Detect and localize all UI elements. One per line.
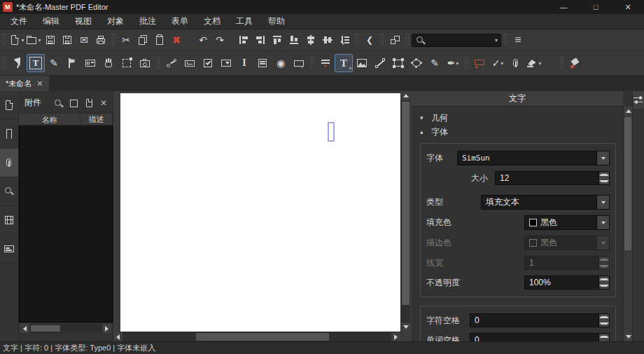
canvas-hscrollbar[interactable] [113,332,400,341]
insert-text-block-button[interactable] [316,54,335,72]
toolbar-drag-handle[interactable] [405,34,410,46]
radio-button-tool-button[interactable]: ◉ [272,54,290,72]
menu-edit[interactable]: 编辑 [35,14,67,29]
menu-form[interactable]: 表单 [164,14,196,29]
undo-button[interactable]: ↶ [195,32,211,48]
scroll-thumb[interactable] [196,333,329,341]
add-text-tool-button[interactable]: T [335,54,353,72]
add-image-button[interactable] [353,54,371,72]
check-annotation-button[interactable]: ✓▾ [489,54,507,72]
tab-order-button[interactable] [336,32,353,48]
maximize-button[interactable]: □ [580,0,612,14]
dropdown-button[interactable] [596,196,609,209]
section-geometry[interactable]: ▾ 几何 [420,111,616,125]
scroll-thumb[interactable] [402,102,410,305]
align-left-button[interactable] [235,32,252,48]
search-dropdown-icon[interactable]: ▾ [495,37,498,43]
spinner-buttons[interactable] [598,276,609,289]
rectangle-tool-button[interactable] [389,54,407,72]
close-button[interactable]: ✕ [612,0,644,14]
attachments-add-button[interactable] [83,98,93,108]
line-tool-button[interactable] [371,54,389,72]
cut-button[interactable]: ✂ [118,32,134,48]
link-tool-button[interactable] [162,54,181,72]
opacity-spinner[interactable]: 100% [524,275,610,290]
toolbar-drag-handle[interactable] [310,57,314,69]
scroll-right-button[interactable] [102,324,111,333]
toolbar-drag-handle[interactable] [156,57,160,69]
sidebar-signatures-button[interactable] [0,235,18,264]
push-button-tool-button[interactable] [290,54,308,72]
form-fields-button[interactable] [81,54,99,72]
checkbox-tool-button[interactable] [199,54,217,72]
menu-file[interactable]: 文件 [3,14,35,29]
scroll-thumb[interactable] [31,325,60,332]
canvas-vscrollbar[interactable] [401,91,410,332]
sidebar-bookmarks-button[interactable] [0,120,18,149]
save-as-button[interactable] [59,32,76,48]
align-right-button[interactable] [252,32,269,48]
minimize-button[interactable]: — [547,0,580,14]
toolbar-drag-handle[interactable] [355,34,359,46]
menu-view[interactable]: 视图 [67,14,99,29]
size-spinner[interactable]: 12 [495,171,610,185]
print-button[interactable] [92,32,109,48]
menu-document[interactable]: 文档 [196,14,228,29]
copy-button[interactable] [134,32,151,48]
select-area-tool-button[interactable] [118,54,136,72]
fill-color-select[interactable]: 黑色 [524,215,610,230]
toolbar-drag-handle[interactable] [111,34,115,46]
text-insertion-cursor[interactable] [328,122,335,142]
combobox-tool-button[interactable] [217,54,235,72]
spinner-buttons[interactable] [598,334,609,341]
column-description[interactable]: 描述 [80,114,112,125]
send-email-button[interactable]: ✉ [76,32,92,48]
menu-help[interactable]: 帮助 [260,14,293,29]
toolbar-drag-handle[interactable] [2,34,6,46]
new-document-button[interactable]: ▾ [8,32,25,48]
document-tab[interactable]: *未命名 ✕ [0,76,50,91]
text-field-tool-button[interactable] [181,54,199,72]
toolbar-drag-handle[interactable] [380,34,384,46]
section-font[interactable]: ▴ 字体 [420,125,616,139]
search-input[interactable] [428,36,491,44]
attachments-search-button[interactable] [52,98,62,108]
sidebar-attachments-button[interactable] [0,149,18,177]
back-button[interactable]: ❮ [361,32,378,48]
word-spacing-spinner[interactable]: 0 [470,333,610,341]
properties-toggle-button[interactable] [633,91,644,109]
toolbar-drag-handle[interactable] [2,57,6,69]
comment-tool-button[interactable] [470,54,489,72]
font-select[interactable]: SimSun [457,151,610,165]
pencil-tool-button[interactable]: ✎ [426,54,444,72]
scroll-down-button[interactable] [401,322,410,332]
paste-button[interactable] [151,32,168,48]
panel-vscrollbar[interactable] [623,107,632,341]
scroll-up-button[interactable] [401,91,410,100]
sidebar-layers-button[interactable] [0,206,18,235]
sidebar-search-button[interactable] [0,177,18,206]
toolbar-drag-handle[interactable] [503,34,507,46]
type-select[interactable]: 填充文本 [481,195,610,210]
align-bottom-button[interactable] [286,32,302,48]
listbox-tool-button[interactable] [253,54,272,72]
redo-button[interactable]: ↷ [211,32,228,48]
highlight-tool-button[interactable]: ▾ [525,54,543,72]
menu-tools[interactable]: 工具 [228,14,260,29]
menu-annotation[interactable]: 批注 [132,14,164,29]
edit-object-tool-button[interactable]: ✎ [45,54,63,72]
attachments-save-button[interactable] [68,98,78,108]
center-horizontal-button[interactable] [302,32,319,48]
save-button[interactable] [42,32,59,48]
scroll-right-button[interactable] [391,332,400,341]
hand-tool-button[interactable] [99,54,118,72]
snapshot-button[interactable] [136,54,154,72]
delete-button[interactable]: ✖ [168,32,185,48]
char-spacing-spinner[interactable]: 0 [470,313,610,327]
scroll-left-button[interactable] [113,332,122,341]
toolbar-menu-button[interactable]: ≡ [510,32,526,48]
text-cursor-tool-button[interactable]: I [235,54,253,72]
toolbar-drag-handle[interactable] [464,57,468,69]
signature-tool-button[interactable]: ✒▾ [444,54,462,72]
edit-text-tool-button[interactable]: T [27,54,45,72]
